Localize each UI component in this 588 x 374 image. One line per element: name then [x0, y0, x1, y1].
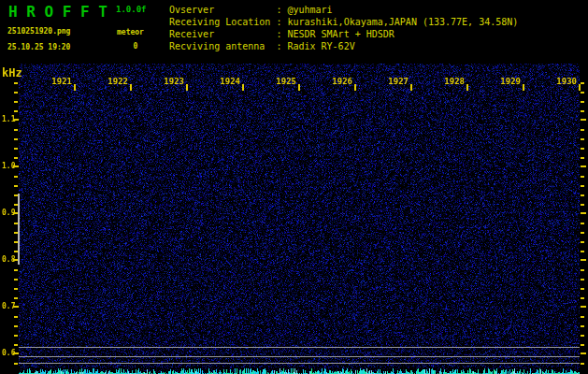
- meteor-count-label: meteor: [117, 28, 144, 36]
- y-major-tick-left: [13, 165, 19, 167]
- meteor-count-value: 0: [129, 42, 142, 50]
- y-minor-tick-right: [581, 101, 584, 103]
- x-tick-label: 1927: [387, 77, 409, 86]
- y-major-tick-right: [581, 259, 586, 261]
- x-tick: [298, 84, 300, 91]
- station-info-row: Receiver : NESDR SMArt + HDSDR: [169, 28, 518, 40]
- y-minor-tick-right: [581, 363, 584, 365]
- station-info-row: Receiving Location : kurashiki,Okayama,J…: [169, 16, 518, 28]
- y-minor-tick-left: [14, 157, 18, 159]
- detection-band-marker: [18, 194, 20, 265]
- y-major-tick-right: [581, 212, 586, 214]
- y-minor-tick-left: [14, 101, 18, 103]
- x-tick: [579, 84, 581, 91]
- y-major-tick-left: [13, 306, 19, 308]
- y-minor-tick-left: [14, 129, 18, 131]
- x-tick: [130, 84, 132, 91]
- x-tick-label: 1928: [443, 77, 465, 86]
- app-title: H R O F F T: [8, 3, 108, 21]
- y-minor-tick-left: [14, 269, 18, 271]
- y-minor-tick-right: [581, 204, 584, 206]
- y-major-tick-left: [13, 119, 19, 121]
- y-axis-unit-label: kHz: [2, 66, 22, 79]
- y-minor-tick-left: [14, 138, 18, 140]
- y-minor-tick-right: [581, 194, 584, 196]
- y-major-tick-left: [13, 352, 19, 354]
- x-tick: [74, 84, 76, 91]
- y-minor-tick-left: [14, 297, 18, 299]
- y-minor-tick-left: [14, 92, 18, 94]
- x-tick: [523, 84, 524, 91]
- y-minor-tick-left: [14, 316, 18, 318]
- y-minor-tick-right: [581, 316, 584, 318]
- x-tick-label: 1930: [555, 77, 577, 86]
- y-major-tick-right: [581, 165, 586, 167]
- y-minor-tick-left: [14, 148, 18, 150]
- observation-datetime: 25.10.25 19:20: [7, 43, 70, 51]
- y-minor-tick-left: [14, 363, 18, 365]
- y-minor-tick-right: [581, 138, 584, 140]
- y-minor-tick-right: [581, 223, 584, 224]
- y-minor-tick-left: [14, 279, 18, 280]
- y-minor-tick-left: [14, 325, 18, 327]
- app-version: 1.0.0f: [116, 5, 147, 14]
- station-info-row: Ovserver : @yuhmari: [169, 4, 518, 16]
- y-minor-tick-right: [581, 325, 584, 327]
- y-minor-tick-right: [581, 269, 584, 271]
- y-minor-tick-right: [581, 129, 584, 131]
- x-tick-label: 1926: [331, 77, 352, 86]
- x-tick-label: 1922: [107, 77, 128, 86]
- y-minor-tick-right: [581, 176, 584, 178]
- x-tick: [466, 84, 468, 91]
- y-minor-tick-left: [14, 344, 18, 346]
- y-minor-tick-left: [14, 110, 18, 112]
- y-minor-tick-left: [14, 335, 18, 337]
- station-info-row: Recviving antenna : Radix RY-62V: [169, 40, 518, 52]
- hrofft-window: H R O F F T 1.0.0f 2510251920.png meteor…: [0, 0, 588, 374]
- x-tick: [242, 84, 244, 91]
- y-minor-tick-right: [581, 288, 584, 290]
- noise-meter-canvas: [19, 367, 580, 374]
- x-tick-label: 1929: [499, 77, 521, 86]
- x-tick: [354, 84, 356, 91]
- y-minor-tick-right: [581, 110, 584, 112]
- y-minor-tick-right: [581, 157, 584, 159]
- y-minor-tick-right: [581, 335, 584, 337]
- x-tick: [186, 84, 188, 91]
- y-minor-tick-right: [581, 241, 584, 243]
- x-tick-label: 1924: [219, 77, 240, 86]
- y-major-tick-right: [581, 306, 586, 308]
- station-info: Ovserver : @yuhmariReceiving Location : …: [169, 4, 518, 52]
- y-minor-tick-right: [581, 297, 584, 299]
- y-minor-tick-right: [581, 185, 584, 187]
- y-minor-tick-right: [581, 251, 584, 252]
- y-minor-tick-left: [14, 185, 18, 187]
- x-tick-label: 1923: [163, 77, 184, 86]
- x-tick: [410, 84, 412, 91]
- y-minor-tick-right: [581, 148, 584, 150]
- y-minor-tick-right: [581, 82, 584, 84]
- y-minor-tick-left: [14, 288, 18, 290]
- x-tick-label: 1925: [275, 77, 296, 86]
- y-minor-tick-right: [581, 344, 584, 346]
- y-minor-tick-right: [581, 279, 584, 280]
- output-filename: 2510251920.png: [7, 27, 70, 36]
- y-minor-tick-left: [14, 176, 18, 178]
- y-major-tick-right: [581, 352, 586, 354]
- y-minor-tick-right: [581, 232, 584, 234]
- y-major-tick-right: [581, 119, 586, 121]
- x-tick-label: 1921: [50, 77, 72, 86]
- spectrogram-canvas: [19, 64, 580, 367]
- y-minor-tick-right: [581, 92, 584, 94]
- y-minor-tick-left: [14, 82, 18, 84]
